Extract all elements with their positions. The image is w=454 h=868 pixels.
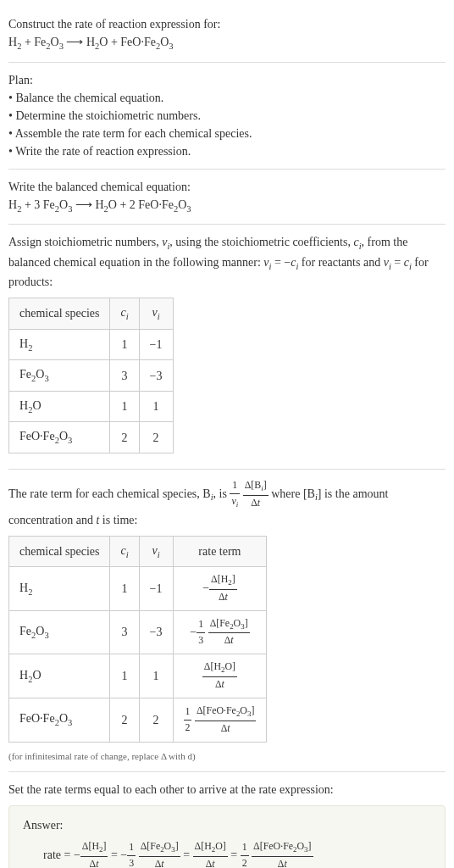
rt2-sub2: 3: [44, 631, 48, 640]
rt3-frac: Δ[H2O]Δt: [202, 659, 237, 693]
rt4-2d: 2: [184, 721, 192, 736]
rt3-sp: H: [19, 669, 28, 682]
bal-h2: H: [8, 198, 17, 211]
rt4-num: Δ[FeO·Fe2O3]: [195, 704, 256, 721]
rt1-num: Δ[H2]: [209, 572, 237, 590]
stoich-section: Assign stoichiometric numbers, νi, using…: [8, 225, 446, 470]
infinitesimal-note: (for infinitesimal rate of change, repla…: [8, 749, 446, 764]
rtci-i: i: [126, 549, 129, 559]
unbalanced-equation: H2 + Fe2O3 ⟶ H2O + FeO·Fe2O3: [8, 33, 446, 53]
table-row: H2 1 −1 −Δ[H2]Δt: [9, 567, 267, 611]
rt2-3: 3: [197, 633, 205, 648]
final-t2a: 13: [127, 840, 136, 868]
plan-title: Plan:: [8, 71, 446, 89]
bal-3fe: + 3 Fe: [21, 198, 54, 211]
ft4b-o: O: [297, 840, 305, 852]
rtnui-i: i: [158, 549, 160, 559]
table-header-row: chemical species ci νi rate term: [9, 536, 267, 567]
rt4-nc: ]: [251, 704, 254, 716]
stoich-text1: Assign stoichiometric numbers,: [8, 236, 162, 248]
stoich-intro: Assign stoichiometric numbers, νi, using…: [8, 233, 446, 291]
rt3-o: O: [32, 669, 41, 682]
cell-nui: −1: [139, 567, 173, 611]
ci-i: i: [126, 312, 129, 321]
nui-i: i: [158, 312, 160, 321]
rt-f1-i: i: [236, 500, 238, 509]
rt2-num: Δ[Fe2O3]: [208, 616, 250, 634]
bal-arrow: ⟶ H: [72, 198, 103, 211]
stoich-text4: for reactants and: [298, 256, 383, 269]
final-t4b: Δ[FeO·Fe2O3]Δt: [252, 839, 313, 868]
ft2a-num: 1: [127, 840, 136, 856]
ft3-o: O]: [215, 840, 226, 852]
rateterm-intro: The rate term for each chemical species,…: [8, 478, 446, 529]
ft3-num: Δ[H2O]: [193, 839, 228, 857]
rateterm-section: The rate term for each chemical species,…: [8, 470, 446, 772]
cell-species: H2: [9, 567, 110, 611]
cell-nui: −3: [139, 610, 173, 654]
r3-o: O: [32, 399, 41, 412]
cell-ci: 1: [110, 654, 139, 698]
final-t4a: 12: [241, 840, 249, 868]
rt4-sub2: 3: [68, 718, 72, 727]
rt1-sub: 2: [28, 587, 32, 596]
stoich-eq-neg: = −: [271, 256, 291, 269]
final-t1: Δ[H2]Δt: [80, 839, 108, 868]
rt1-close: ]: [232, 573, 235, 585]
cell-rateterm: −13 Δ[Fe2O3]Δt: [173, 610, 267, 654]
rt3-oclose: O]: [224, 660, 235, 672]
ft4a-den: 2: [241, 856, 249, 868]
bal-fe-o: O: [59, 198, 68, 211]
r2-o: O: [36, 368, 44, 381]
rt-frac-1nu: 1 νi: [230, 478, 240, 511]
cell-ci: 1: [110, 567, 139, 611]
ft2b-dfe: Δ[Fe: [141, 840, 161, 852]
rt3-den: Δt: [202, 677, 237, 693]
ft2b-c: ]: [175, 840, 179, 852]
eq-feo-o: O: [160, 36, 169, 48]
rt4-1: 1: [184, 704, 192, 721]
cell-species: FeO·Fe2O3: [9, 698, 110, 742]
bal-feo-o: O: [178, 198, 186, 211]
table-row: FeO·Fe2O3 2 2 12 Δ[FeO·Fe2O3]Δt: [9, 698, 267, 742]
r1-sp: H: [19, 337, 28, 350]
final-t3: Δ[H2O]Δt: [193, 839, 228, 868]
rt-text1: The rate term for each chemical species,…: [8, 487, 211, 499]
r4-sub2: 3: [68, 436, 72, 445]
cell-nui: 1: [139, 654, 173, 698]
ft3-dh: Δ[H: [195, 840, 212, 852]
rt2-den: Δt: [208, 633, 250, 648]
cell-nui: 1: [139, 391, 173, 422]
cell-species: Fe2O3: [9, 610, 110, 654]
plan-bullet-2: • Determine the stoichiometric numbers.: [8, 107, 446, 125]
rt-f2-close: ]: [263, 479, 267, 491]
cell-species: H2O: [9, 391, 110, 422]
ft1-close: ]: [102, 840, 106, 852]
rt4-no: O: [240, 704, 247, 716]
balanced-equation: H2 + 3 Fe2O3 ⟶ H2O + 2 FeO·Fe2O3: [8, 196, 446, 216]
cell-nui: −1: [139, 329, 173, 360]
ft1-den: Δt: [80, 857, 108, 868]
cell-ci: 3: [110, 360, 139, 392]
eq-feo-sub2: 3: [169, 42, 173, 51]
stoich-table: chemical species ci νi H2 1 −1 Fe2O3 3 −…: [8, 298, 174, 453]
rt-f1-den: νi: [230, 494, 240, 511]
cell-rateterm: Δ[H2O]Δt: [173, 654, 267, 698]
rate-eq-neg: rate = −: [43, 849, 80, 861]
prompt-text: Construct the rate of reaction expressio…: [8, 15, 446, 33]
r2-sub2: 3: [44, 374, 48, 383]
col-nui: νi: [139, 298, 173, 330]
ft3-den: Δt: [193, 857, 228, 868]
answer-label: Answer:: [23, 816, 431, 834]
cell-ci: 2: [110, 698, 139, 742]
col-ci: ci: [110, 298, 139, 330]
col-nui: νi: [139, 536, 173, 567]
r2-sp: Fe: [19, 368, 31, 381]
col-rateterm: rate term: [173, 536, 267, 567]
rt3-dh: Δ[H: [204, 660, 221, 672]
col-ci: ci: [110, 536, 139, 567]
bal-feo-sub2: 3: [186, 203, 191, 213]
rt4-frac1: 12: [184, 704, 192, 736]
rt2-1: 1: [197, 617, 205, 633]
rt-istime: is time:: [99, 514, 137, 526]
